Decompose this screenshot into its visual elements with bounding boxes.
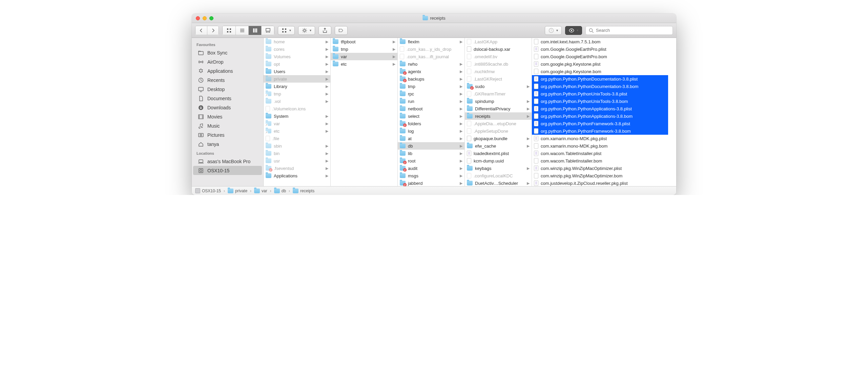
tags-button[interactable] [335,26,348,35]
file-row[interactable]: private▶ [264,75,330,83]
column[interactable]: flexlm▶.com_kas…y_ids_drop.com_kas…ift_j… [398,38,465,186]
file-row[interactable]: etc▶ [264,127,330,135]
file-row[interactable]: com.winzip.pkg.WinZipMacOptimizer.plist [532,165,668,172]
sidebar-item[interactable]: Box Sync [193,48,262,57]
file-row[interactable]: com.google.pkg.Keystone.bom [532,68,668,75]
sidebar-item[interactable]: asas's MacBook Pro [193,157,262,166]
view-icons-button[interactable] [223,26,235,35]
file-row[interactable]: .vol▶ [264,97,330,105]
file-row[interactable]: com.winzip.pkg.WinZipMacOptimizer.bom [532,172,668,179]
column[interactable]: com.intel.kext.haxm.7.5.1.bomcom.Google.… [532,38,668,186]
file-row[interactable]: .fseventsd▶ [264,165,330,172]
file-row[interactable]: .com_kas…ift_journal [398,53,464,60]
file-row[interactable]: .intl8859cache.db [465,60,532,68]
file-row[interactable]: .AppleDia…etupDone [465,120,532,127]
search-input[interactable] [596,28,670,33]
file-row[interactable]: etc▶ [331,60,397,68]
file-row[interactable]: bin▶ [264,150,330,157]
file-row[interactable]: log▶ [398,127,464,135]
path-segment[interactable]: private [228,189,247,193]
file-row[interactable]: Volumes▶ [264,53,330,60]
path-segment[interactable]: var [254,189,267,193]
file-row[interactable]: select▶ [398,112,464,120]
file-row[interactable]: sbin▶ [264,142,330,150]
path-segment[interactable]: db [274,189,286,193]
file-row[interactable]: org.python.Python.PythonFramework-3.8.pl… [532,120,668,127]
sidebar-item[interactable]: Movies [193,112,262,121]
file-row[interactable]: dslocal-backup.xar [465,45,532,53]
sidebar-item[interactable]: Documents [193,94,262,103]
file-row[interactable]: agentx▶ [398,68,464,75]
path-segment[interactable]: OSX10-15 [195,188,221,193]
file-row[interactable]: Users▶ [264,68,330,75]
sidebar-item[interactable]: Music [193,121,262,130]
file-row[interactable]: run▶ [398,97,464,105]
file-row[interactable]: com.wacom.TabletInstaller.plist [532,150,668,157]
file-row[interactable]: com.wacom.TabletInstaller.bom [532,157,668,165]
file-row[interactable]: .configureLocalKDC [465,172,532,179]
sidebar-item[interactable]: AirDrop [193,57,262,66]
sidebar-item[interactable]: Applications [193,66,262,75]
file-row[interactable]: com.intel.kext.haxm.7.5.1.bom [532,38,668,45]
sidebar-item[interactable]: OSX10-15 [193,166,262,175]
file-row[interactable]: org.python.Python.PythonUnixTools-3.8.bo… [532,97,668,105]
column[interactable]: home▶cores▶Volumes▶opt▶Users▶private▶Lib… [264,38,331,186]
search-field[interactable] [585,26,673,35]
file-row[interactable]: db▶ [398,142,464,150]
file-row[interactable]: gkopaque.bundle▶ [465,135,532,142]
path-segment[interactable]: receipts [293,189,314,193]
back-button[interactable] [195,26,207,35]
file-row[interactable]: efw_cache▶ [465,142,532,150]
file-row[interactable]: Library▶ [264,83,330,90]
file-row[interactable]: org.python.Python.PythonFramework-3.8.bo… [532,127,668,135]
file-row[interactable]: org.python.Python.PythonDocumentation-3.… [532,75,668,83]
file-row[interactable]: com.Google.GoogleEarthPro.bom [532,53,668,60]
quick-look-button[interactable] [565,26,582,35]
file-row[interactable]: tmp▶ [398,83,464,90]
file-row[interactable]: sudo▶ [465,83,532,90]
file-row[interactable]: .GKRearmTimer [465,90,532,97]
file-row[interactable]: jabberd▶ [398,179,464,186]
file-row[interactable]: .com_kas…y_ids_drop [398,45,464,53]
file-row[interactable]: .AppleSetupDone [465,127,532,135]
file-row[interactable]: .LastGKApp [465,38,532,45]
file-row[interactable]: com.Google.GoogleEarthPro.plist [532,45,668,53]
file-row[interactable]: org.python.Python.PythonDocumentation-3.… [532,83,668,90]
file-row[interactable]: rwho▶ [398,60,464,68]
zoom-button[interactable] [209,16,213,20]
file-row[interactable]: spindump▶ [465,97,532,105]
file-row[interactable]: var▶ [264,120,330,127]
group-by-button[interactable] [278,26,295,35]
file-row[interactable]: opt▶ [264,60,330,68]
forward-button[interactable] [207,26,219,35]
sidebar-item[interactable]: Desktop [193,85,262,94]
file-row[interactable]: audit▶ [398,165,464,172]
file-row[interactable]: .LastGKReject [465,75,532,83]
file-row[interactable]: msgs▶ [398,172,464,179]
file-row[interactable]: tmp▶ [264,90,330,97]
file-row[interactable]: System▶ [264,112,330,120]
action-button[interactable] [298,26,315,35]
file-row[interactable]: netboot▶ [398,105,464,112]
file-row[interactable]: receipts▶ [465,112,532,120]
share-button[interactable] [318,26,331,35]
file-row[interactable]: .VolumeIcon.icns [264,105,330,112]
file-row[interactable]: kcm-dump.uuid [465,157,532,165]
file-row[interactable]: root▶ [398,157,464,165]
file-row[interactable]: com.google.pkg.Keystone.plist [532,60,668,68]
help-button[interactable]: ? [545,26,562,35]
column[interactable]: tftpboot▶tmp▶var▶etc▶ [331,38,398,186]
file-row[interactable]: lib▶ [398,150,464,157]
file-row[interactable]: flexlm▶ [398,38,464,45]
file-row[interactable]: com.xamarin.mono-MDK.pkg.bom [532,142,668,150]
file-row[interactable]: at▶ [398,135,464,142]
view-list-button[interactable] [235,26,248,35]
file-row[interactable]: usr▶ [264,157,330,165]
close-button[interactable] [196,16,200,20]
sidebar-item[interactable]: Pictures [193,130,262,139]
view-gallery-button[interactable] [261,26,274,35]
file-row[interactable]: DuetActiv…Scheduler▶ [465,179,532,186]
file-row[interactable]: org.python.Python.PythonUnixTools-3.8.pl… [532,90,668,97]
file-row[interactable]: keybags▶ [465,165,532,172]
file-row[interactable]: com.justdevelop.it.ZipCloud.reseller.pkg… [532,179,668,186]
